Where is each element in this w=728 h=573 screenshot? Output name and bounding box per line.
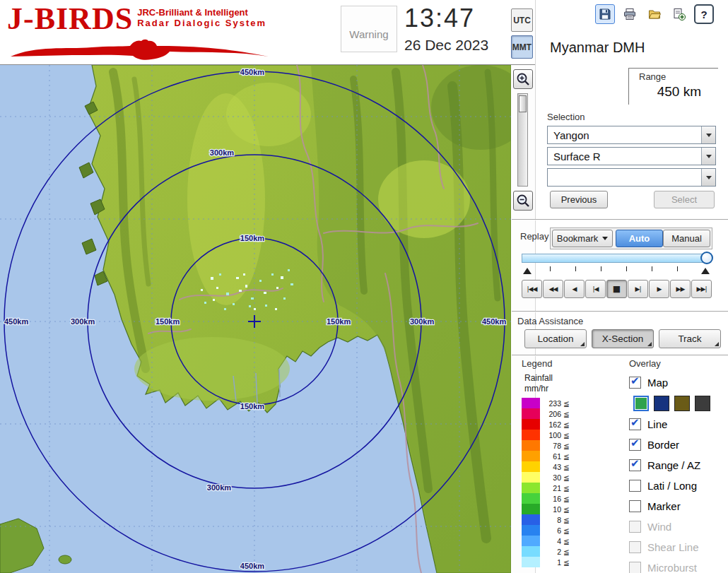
play-reverse-button[interactable]: ◀ (564, 280, 585, 298)
timeline-thumb[interactable] (700, 252, 713, 264)
submenu-corner-icon (715, 342, 719, 346)
export-button[interactable] (669, 4, 689, 24)
radar-map-display[interactable]: 450km 300km 150km 150km 300km 450km 450k… (0, 65, 511, 573)
legend-color-swatch (522, 483, 540, 493)
overlay-item-label: Line (647, 418, 667, 430)
skip-to-start-button[interactable]: |◀◀ (522, 280, 542, 298)
svg-text:300km: 300km (210, 148, 234, 157)
overlay-item-label: Lati / Long (647, 480, 697, 492)
export-add-icon (672, 7, 686, 21)
save-icon (598, 7, 612, 21)
data-assistance-label: Data Assistance (517, 316, 583, 326)
auto-mode-button[interactable]: Auto (616, 230, 663, 247)
overlay-item-label: Microburst (647, 562, 697, 573)
range-az-checkbox[interactable]: ✔ (629, 459, 641, 471)
track-button[interactable]: Track (659, 329, 721, 348)
skip-to-end-button[interactable]: ▶▶| (691, 280, 712, 298)
site-combobox[interactable]: Yangon (547, 126, 716, 144)
legend-value: 100 (540, 431, 561, 439)
legend-suffix: ≦ (563, 452, 570, 461)
legend-suffix: ≦ (563, 484, 570, 492)
legend-value: 21 (540, 484, 561, 492)
chevron-down-icon (706, 155, 712, 158)
selection-section-label: Selection (547, 112, 585, 122)
legend-color-swatch (522, 504, 540, 514)
help-button[interactable]: ? (694, 4, 714, 24)
legend-value: 1 (540, 558, 561, 567)
map-color-option[interactable] (654, 396, 669, 411)
legend-color-swatch (522, 557, 540, 567)
legend-value: 2 (540, 548, 561, 556)
svg-text:150km: 150km (240, 402, 264, 410)
dropdown-button[interactable] (701, 148, 715, 165)
dropdown-button[interactable] (701, 169, 715, 186)
previous-button[interactable]: Previous (550, 191, 608, 208)
legend-color-swatch (522, 398, 540, 408)
legend-row: 8≦ (522, 514, 570, 525)
overlay-item-range-az: ✔ Range / AZ (629, 455, 728, 475)
xsection-button[interactable]: X-Section (592, 329, 654, 348)
extra-combobox[interactable] (547, 168, 716, 187)
legend-suffix: ≦ (563, 410, 570, 418)
zoom-slider-track[interactable] (517, 93, 528, 187)
legend-row: 1≦ (522, 557, 570, 567)
legend-color-swatch (522, 514, 540, 525)
check-icon: ✔ (630, 459, 640, 468)
chevron-down-icon (706, 134, 712, 137)
marker-checkbox[interactable] (629, 500, 641, 512)
overlay-item-label: Range / AZ (647, 459, 700, 471)
svg-text:450km: 450km (240, 68, 264, 76)
svg-text:150km: 150km (327, 317, 351, 326)
map-checkbox[interactable]: ✔ (629, 377, 641, 389)
save-button[interactable] (595, 4, 615, 24)
control-panel: ? Myanmar DMH Range 450 km Selection Yan… (535, 0, 728, 573)
fast-rewind-button[interactable]: ◀◀ (543, 280, 563, 298)
legend-row: 100≦ (522, 430, 570, 440)
line-checkbox[interactable]: ✔ (629, 418, 641, 430)
legend-suffix: ≦ (563, 537, 570, 545)
product-combobox[interactable]: Surface R (547, 147, 716, 165)
location-button[interactable]: Location (524, 329, 587, 348)
legend-value: 30 (540, 473, 561, 482)
legend-value: 6 (540, 526, 561, 535)
select-button[interactable]: Select (654, 191, 715, 208)
overlay-item-label: Map (647, 377, 668, 389)
legend-color-swatch (522, 546, 540, 557)
map-color-option[interactable] (633, 396, 649, 411)
zoom-in-button[interactable] (513, 69, 533, 89)
zoom-slider-thumb[interactable] (519, 95, 527, 112)
overlay-section-label: Overlay (629, 358, 661, 369)
replay-timeline-slider[interactable] (522, 254, 711, 263)
legend-suffix: ≦ (563, 473, 570, 482)
overlay-item-label: Marker (647, 500, 681, 512)
legend-value: 16 (540, 495, 561, 503)
manual-mode-button[interactable]: Manual (663, 230, 710, 247)
legend-value: 10 (540, 505, 561, 514)
mmt-button[interactable]: MMT (511, 35, 533, 59)
legend-suffix: ≦ (563, 431, 570, 439)
step-back-button[interactable]: |◀ (585, 280, 606, 298)
map-color-option[interactable] (674, 396, 690, 411)
legend-value: 43 (540, 463, 561, 471)
check-icon: ✔ (630, 418, 640, 427)
utc-button[interactable]: UTC (511, 8, 533, 32)
border-checkbox[interactable]: ✔ (629, 439, 641, 451)
map-color-option[interactable] (695, 396, 710, 411)
fast-forward-button[interactable]: ▶▶ (670, 280, 691, 298)
timezone-toggle: UTC MMT (511, 8, 533, 62)
overlay-item-shear-line: Shear Line (629, 537, 728, 557)
step-forward-button[interactable]: ▶| (628, 280, 648, 298)
legend-suffix: ≦ (563, 548, 570, 556)
lati-long-checkbox[interactable] (629, 480, 641, 492)
dropdown-button[interactable] (701, 126, 715, 143)
stop-button[interactable]: ■ (606, 280, 627, 298)
legend-color-swatch (522, 536, 540, 546)
open-file-button[interactable] (645, 4, 664, 24)
play-button[interactable]: ▶ (649, 280, 669, 298)
print-button[interactable] (620, 4, 640, 24)
warning-indicator: Warning (341, 6, 397, 52)
bookmark-button[interactable]: Bookmark (552, 230, 613, 247)
zoom-out-button[interactable] (513, 191, 533, 211)
track-label: Track (678, 333, 701, 344)
microburst-checkbox (629, 562, 641, 573)
